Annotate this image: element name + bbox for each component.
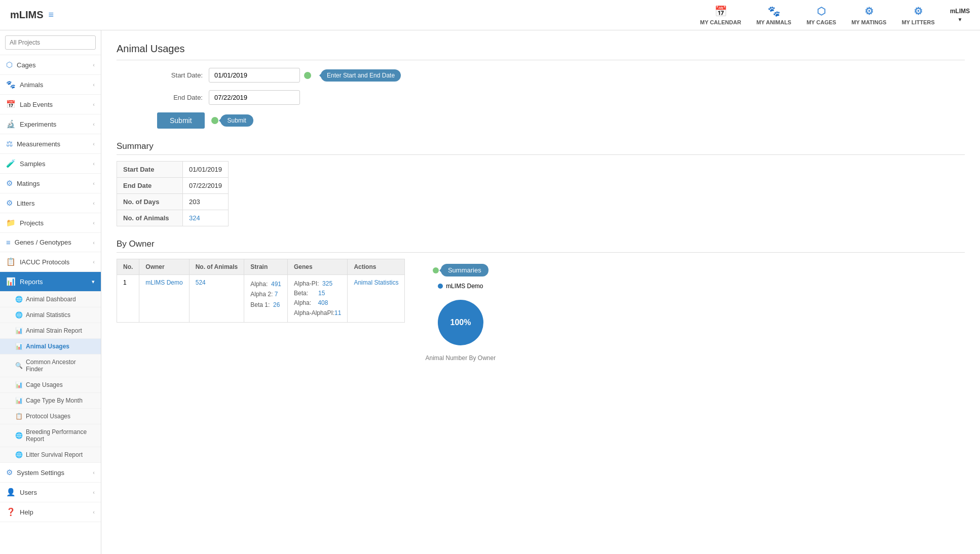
main-content: Animal Usages Start Date: Enter Start an… — [101, 30, 980, 554]
by-owner-layout: No. Owner No. of Animals Strain Genes Ac… — [117, 259, 965, 362]
matings-arrow-icon: ‹ — [93, 180, 95, 186]
user-menu[interactable]: mLIMS ▼ — [950, 8, 970, 22]
main-layout: ⬡ Cages ‹ 🐾 Animals ‹ 📅 Lab Events ‹ 🔬 E… — [0, 30, 980, 554]
genes-nav-icon: ≡ — [6, 238, 11, 247]
sub-litter-survival[interactable]: 🌐 Litter Survival Report — [0, 447, 101, 463]
measurements-nav-icon: ⚖ — [6, 139, 13, 148]
table-row: 1 mLIMS Demo 524 Alpha: 491 Alpha 2: 7 B… — [117, 275, 405, 323]
chart-label: Animal Number By Owner — [425, 354, 496, 362]
summary-animals-label: No. of Animals — [117, 210, 183, 226]
animals-count-link[interactable]: 324 — [189, 214, 200, 222]
sub-breeding-performance[interactable]: 🌐 Breeding Performance Report — [0, 424, 101, 447]
nav-my-matings[interactable]: ⚙ MY MATINGS — [851, 5, 886, 25]
by-owner-table-wrap: No. Owner No. of Animals Strain Genes Ac… — [117, 259, 405, 323]
sidebar-item-system-settings[interactable]: ⚙ System Settings ‹ — [0, 463, 101, 483]
nav-my-animals[interactable]: 🐾 MY ANIMALS — [757, 5, 791, 25]
pie-percent-text: 100% — [450, 318, 471, 327]
sidebar-measurements-label: Measurements — [17, 140, 93, 148]
summary-end-date-label: End Date — [117, 178, 183, 194]
submit-area: Submit Submit — [157, 112, 965, 129]
sidebar-item-lab-events[interactable]: 📅 Lab Events ‹ — [0, 95, 101, 114]
page-title: Animal Usages — [117, 43, 965, 60]
sidebar-item-measurements[interactable]: ⚖ Measurements ‹ — [0, 134, 101, 154]
projects-nav-icon: 📁 — [6, 218, 16, 227]
start-date-input[interactable] — [209, 68, 300, 83]
sidebar-projects-label: Projects — [20, 219, 93, 227]
submit-button[interactable]: Submit — [157, 112, 205, 129]
sidebar-item-animals[interactable]: 🐾 Animals ‹ — [0, 75, 101, 95]
sub-cage-usages[interactable]: 📊 Cage Usages — [0, 377, 101, 393]
gene-alpha-pi: 325 — [322, 280, 332, 287]
strain-alpha-link[interactable]: 491 — [271, 281, 281, 288]
sub-animal-dashboard[interactable]: 🌐 Animal Dashboard — [0, 292, 101, 307]
nav-my-calendar[interactable]: 📅 MY CALENDAR — [700, 5, 741, 25]
cell-actions[interactable]: Animal Statistics — [348, 275, 405, 323]
sidebar-item-iacuc[interactable]: 📋 IACUC Protocols ‹ — [0, 252, 101, 272]
sub-breeding-performance-label: Breeding Performance Report — [26, 428, 95, 443]
sidebar-search-area — [0, 30, 101, 55]
sidebar-item-projects[interactable]: 📁 Projects ‹ — [0, 213, 101, 233]
num-animals-link[interactable]: 524 — [196, 279, 206, 286]
by-owner-table: No. Owner No. of Animals Strain Genes Ac… — [117, 259, 405, 323]
summaries-button[interactable]: Summaries — [441, 264, 488, 276]
cell-strain: Alpha: 491 Alpha 2: 7 Beta 1: 26 — [244, 275, 288, 323]
sidebar-item-genes[interactable]: ≡ Genes / Genotypes ‹ — [0, 233, 101, 252]
animals-icon: 🐾 — [768, 5, 780, 17]
summary-start-date-value: 01/01/2019 — [183, 162, 229, 178]
sidebar-item-cages[interactable]: ⬡ Cages ‹ — [0, 55, 101, 75]
summary-days-row: No. of Days 203 — [117, 194, 229, 210]
nav-my-matings-label: MY MATINGS — [851, 19, 886, 25]
sub-animal-strain-label: Animal Strain Report — [26, 327, 82, 334]
cell-owner[interactable]: mLIMS Demo — [139, 275, 189, 323]
sidebar-item-samples[interactable]: 🧪 Samples ‹ — [0, 154, 101, 174]
sidebar-item-litters[interactable]: ⚙ Litters ‹ — [0, 193, 101, 213]
sidebar-item-reports[interactable]: 📊 Reports ▾ — [0, 272, 101, 292]
breeding-performance-icon: 🌐 — [15, 432, 23, 439]
sub-cage-type-by-month[interactable]: 📊 Cage Type By Month — [0, 393, 101, 409]
sidebar-item-help[interactable]: ❓ Help ‹ — [0, 502, 101, 522]
sidebar-experiments-label: Experiments — [20, 121, 93, 128]
col-strain: Strain — [244, 259, 288, 275]
end-date-input[interactable] — [209, 90, 300, 105]
nav-my-litters-label: MY LITTERS — [901, 19, 934, 25]
sidebar-item-matings[interactable]: ⚙ Matings ‹ — [0, 174, 101, 193]
reports-nav-icon: 📊 — [6, 277, 16, 286]
sub-protocol-usages[interactable]: 📋 Protocol Usages — [0, 409, 101, 424]
sub-animal-strain-report[interactable]: 📊 Animal Strain Report — [0, 323, 101, 339]
summary-start-date-label: Start Date — [117, 162, 183, 178]
hamburger-icon[interactable]: ≡ — [49, 10, 54, 20]
cell-genes: Alpha-PI: 325 Beta: 15 Alpha: 408 Alpha-… — [288, 275, 348, 323]
experiments-nav-icon: 🔬 — [6, 120, 16, 129]
animal-statistics-action-link[interactable]: Animal Statistics — [354, 279, 398, 286]
sub-common-ancestor[interactable]: 🔍 Common Ancestor Finder — [0, 354, 101, 377]
calendar-icon: 📅 — [714, 5, 727, 17]
brand-name: mLIMS — [10, 9, 44, 21]
sub-common-ancestor-label: Common Ancestor Finder — [26, 359, 95, 373]
strain-alpha2-link[interactable]: 7 — [275, 291, 278, 298]
sub-animal-usages[interactable]: 📊 Animal Usages — [0, 339, 101, 354]
brand: mLIMS ≡ — [10, 9, 111, 21]
top-nav: mLIMS ≡ 📅 MY CALENDAR 🐾 MY ANIMALS ⬡ MY … — [0, 0, 980, 30]
sub-animal-statistics[interactable]: 🌐 Animal Statistics — [0, 307, 101, 323]
sidebar-item-experiments[interactable]: 🔬 Experiments ‹ — [0, 114, 101, 134]
sidebar-samples-label: Samples — [20, 160, 93, 168]
col-actions: Actions — [348, 259, 405, 275]
strain-beta1-link[interactable]: 26 — [273, 301, 280, 308]
owner-link[interactable]: mLIMS Demo — [145, 279, 182, 286]
sidebar-cages-label: Cages — [17, 61, 93, 69]
summary-animals-value[interactable]: 324 — [183, 210, 229, 226]
litters-icon: ⚙ — [914, 5, 923, 17]
genes-arrow-icon: ‹ — [93, 240, 95, 246]
start-date-row: Start Date: Enter Start and End Date — [157, 68, 965, 83]
sub-animal-dashboard-label: Animal Dashboard — [26, 296, 76, 303]
nav-my-litters[interactable]: ⚙ MY LITTERS — [901, 5, 934, 25]
start-date-tooltip-dot — [304, 72, 311, 79]
nav-my-animals-label: MY ANIMALS — [757, 19, 791, 25]
cell-num-animals[interactable]: 524 — [189, 275, 244, 323]
lab-events-nav-icon: 📅 — [6, 100, 16, 109]
nav-my-cages[interactable]: ⬡ MY CAGES — [807, 5, 836, 25]
project-search-input[interactable] — [5, 35, 96, 50]
litter-survival-icon: 🌐 — [15, 451, 23, 458]
sidebar-item-users[interactable]: 👤 Users ‹ — [0, 483, 101, 502]
start-date-tooltip: Enter Start and End Date — [321, 69, 401, 82]
